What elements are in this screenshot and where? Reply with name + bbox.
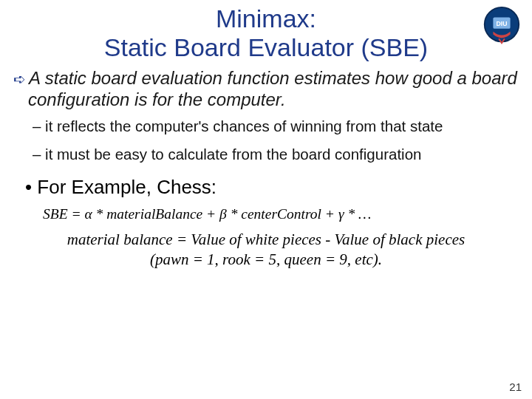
sbe-formula: SBE = α * materialBalance + β * centerCo… <box>13 206 519 222</box>
lead-text: A static board evaluation function estim… <box>28 68 517 109</box>
material-balance-definition: material balance = Value of white pieces… <box>13 230 519 270</box>
university-logo: DIU <box>480 4 523 47</box>
logo-text: DIU <box>497 20 508 27</box>
title-line-1: Minimax: <box>216 4 316 33</box>
page-number: 21 <box>509 381 522 393</box>
slide-title: Minimax: Static Board Evaluator (SBE) <box>0 0 532 62</box>
material-line-2: (pawn = 1, rook = 5, queen = 9, etc). <box>150 250 382 268</box>
lead-paragraph: ➪A static board evaluation function esti… <box>13 68 519 110</box>
slide-content: ➪A static board evaluation function esti… <box>0 62 532 270</box>
title-line-2: Static Board Evaluator (SBE) <box>104 33 428 61</box>
example-heading: • For Example, Chess: <box>13 176 519 199</box>
sub-point-1: – it reflects the computer's chances of … <box>13 117 519 136</box>
sub-point-2: – it must be easy to calculate from the … <box>13 146 519 164</box>
bullet-arrow-icon: ➪ <box>13 71 26 87</box>
material-line-1: material balance = Value of white pieces… <box>67 231 465 248</box>
